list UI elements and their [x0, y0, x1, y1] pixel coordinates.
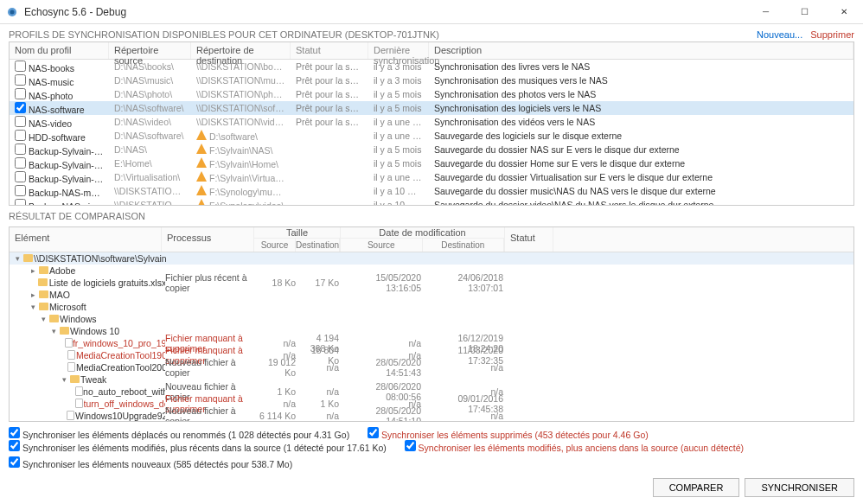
file-icon [65, 338, 73, 348]
profile-checkbox[interactable] [15, 116, 26, 127]
results-header: RÉSULTAT DE COMPARAISON [9, 211, 145, 221]
folder-icon [38, 278, 48, 286]
minimize-button[interactable]: ─ [746, 0, 785, 24]
col-date[interactable]: Date de modification [341, 227, 504, 238]
profile-checkbox[interactable] [15, 74, 26, 86]
check-moved[interactable]: Synchroniser les éléments déplacés ou re… [9, 430, 349, 440]
profiles-header: PROFILS DE SYNCHRONISATION DISPONIBLES P… [9, 29, 439, 40]
check-new[interactable]: Synchroniser les éléments nouveaux (585 … [9, 459, 292, 469]
file-icon [75, 386, 83, 396]
profile-row[interactable]: Backup-NAS-music\\DISKSTATION\music\NAS\… [10, 184, 853, 198]
folder-icon [70, 375, 80, 383]
warning-icon [196, 171, 207, 182]
tree-folder[interactable]: ▾Windows [10, 313, 853, 325]
profile-row[interactable]: NAS-photoD:\NAS\photo\\\DISKSTATION\phot… [10, 87, 853, 101]
warning-icon [196, 144, 207, 154]
folder-icon [39, 303, 48, 310]
col-result-status[interactable]: Statut [505, 227, 553, 252]
check-modif-recent-box[interactable] [9, 440, 20, 451]
app-icon [5, 5, 19, 19]
folder-icon [60, 327, 69, 335]
col-destination[interactable]: Répertoire de destination [191, 42, 291, 59]
profile-row[interactable]: Backup-Sylvain-HomeE:\Home\F:\Sylvain\Ho… [10, 156, 853, 170]
close-button[interactable]: ✕ [824, 0, 863, 24]
delete-profile-link[interactable]: Supprimer [810, 29, 854, 40]
folder-icon [39, 266, 48, 274]
sync-options: Synchroniser les éléments déplacés ou re… [0, 422, 863, 475]
col-size-dest[interactable]: Destination [296, 239, 340, 252]
compare-button[interactable]: COMPARER [653, 478, 740, 497]
profile-checkbox[interactable] [15, 144, 26, 155]
tree-root[interactable]: ▾\\DISKSTATION\software\Sylvain [10, 252, 853, 265]
file-icon [67, 411, 74, 420]
profile-row[interactable]: NAS-booksD:\NAS\books\\\DISKSTATION\book… [10, 60, 853, 73]
col-process[interactable]: Processus [162, 227, 254, 252]
check-modif-old-box[interactable] [405, 440, 416, 451]
tree-folder[interactable]: ▾Tweak [10, 373, 853, 386]
profiles-grid: Nom du profil Répertoire source Répertoi… [9, 41, 854, 206]
warning-icon [196, 185, 207, 195]
svg-point-1 [10, 10, 15, 14]
col-profile-name[interactable]: Nom du profil [10, 42, 109, 59]
col-size[interactable]: Taille [254, 227, 340, 238]
folder-icon [39, 290, 48, 298]
sync-button[interactable]: SYNCHRONISER [745, 478, 854, 497]
results-panel: Elément Processus Taille SourceDestinati… [9, 226, 854, 422]
warning-icon [196, 157, 207, 168]
profile-checkbox[interactable] [15, 61, 26, 72]
maximize-button[interactable]: ☐ [785, 0, 824, 24]
profile-checkbox[interactable] [15, 88, 26, 99]
tree-file[interactable]: Liste de logiciels gratuits.xlsxFichier … [10, 277, 853, 289]
col-status[interactable]: Statut [291, 42, 368, 59]
titlebar: Echosync 5.6 - Debug ─ ☐ ✕ [0, 0, 863, 24]
new-profile-link[interactable]: Nouveau... [757, 29, 802, 40]
warning-icon [196, 199, 207, 206]
col-description[interactable]: Description [429, 42, 853, 59]
profile-row[interactable]: Backup-Sylvain-VirtualisationD:\Virtuali… [10, 170, 853, 184]
profile-checkbox[interactable] [15, 102, 26, 113]
profile-checkbox[interactable] [15, 157, 26, 169]
tree-folder[interactable]: ▾Microsoft [10, 301, 853, 313]
window-title: Echosync 5.6 - Debug [24, 6, 126, 18]
file-icon [67, 362, 75, 372]
col-date-dest[interactable]: Destination [423, 239, 505, 252]
profile-row[interactable]: NAS-softwareD:\NAS\software\\\DISKSTATIO… [10, 101, 853, 115]
profile-row[interactable]: NAS-musicD:\NAS\music\\\DISKSTATION\musi… [10, 73, 853, 87]
tree-file[interactable]: MediaCreationTool2004.exeNouveau fichier… [10, 361, 853, 373]
check-new-box[interactable] [9, 456, 20, 468]
profile-checkbox[interactable] [15, 185, 26, 196]
col-last-sync[interactable]: Dernière synchronisation [368, 42, 429, 59]
col-source[interactable]: Répertoire source [109, 42, 191, 59]
check-deleted-box[interactable] [368, 427, 379, 438]
profile-row[interactable]: NAS-videoD:\NAS\video\\\DISKSTATION\vide… [10, 115, 853, 129]
folder-icon [23, 254, 33, 262]
col-date-source[interactable]: Source [341, 239, 423, 252]
profile-checkbox[interactable] [15, 130, 26, 141]
col-element[interactable]: Elément [10, 227, 162, 252]
tree-file[interactable]: MediaCreationTool1909.exeFichier manquan… [10, 349, 853, 361]
file-icon [75, 399, 83, 408]
col-size-source[interactable]: Source [254, 239, 296, 252]
file-icon [67, 350, 75, 360]
profile-row[interactable]: Backup-Sylvain-NASD:\NAS\F:\Sylvain\NAS\… [10, 143, 853, 156]
check-modif-recent[interactable]: Synchroniser les éléments modifiés, plus… [9, 443, 387, 453]
folder-icon [49, 315, 59, 322]
profile-row[interactable]: HDD-softwareD:\NAS\software\D:\software\… [10, 129, 853, 143]
check-deleted[interactable]: Synchroniser les éléments supprimés (453… [368, 430, 649, 440]
profile-row[interactable]: Backup-NAS-video\\DISKSTATION\video\NAS\… [10, 198, 853, 206]
profile-checkbox[interactable] [15, 199, 26, 207]
tree-file[interactable]: Windows10Upgrade9252.exeNouveau fichier … [10, 410, 853, 421]
tree-file[interactable]: turn_off_windows_defender.regFichier man… [10, 398, 853, 410]
check-moved-box[interactable] [9, 427, 20, 438]
profile-checkbox[interactable] [15, 171, 26, 182]
check-modif-old[interactable]: Synchroniser les éléments modifiés, plus… [405, 443, 744, 453]
warning-icon [196, 130, 207, 140]
